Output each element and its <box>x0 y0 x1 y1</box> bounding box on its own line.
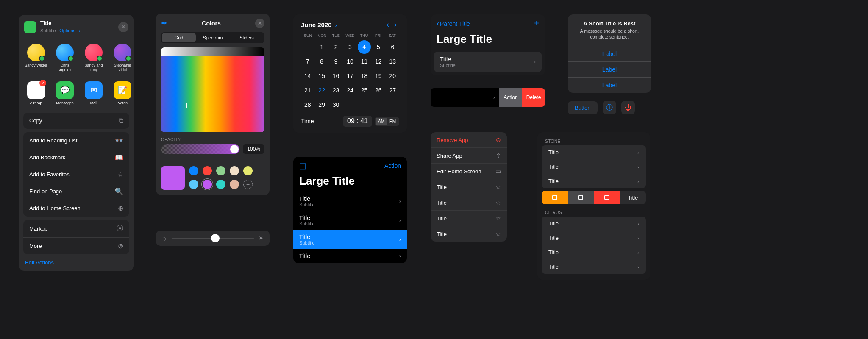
swipe-content[interactable]: › <box>431 88 499 107</box>
color-swatch[interactable] <box>203 166 212 175</box>
button[interactable]: Button <box>568 101 598 114</box>
seg-orange[interactable] <box>542 191 568 204</box>
calendar-day[interactable]: 21 <box>301 83 314 97</box>
power-button[interactable]: ⏻ <box>621 101 635 114</box>
action-item[interactable]: Add to Reading List👓 <box>23 132 129 149</box>
calendar-day[interactable]: 10 <box>343 55 356 68</box>
am-option[interactable]: AM <box>376 118 387 125</box>
calendar-day[interactable]: 25 <box>358 83 371 97</box>
close-button[interactable]: ✕ <box>118 22 128 32</box>
share-options-link[interactable]: Options <box>59 28 75 33</box>
swipe-delete[interactable]: Delete <box>522 88 545 107</box>
action-item[interactable]: MarkupⒶ <box>23 220 129 238</box>
calendar-day[interactable]: 22 <box>315 83 328 97</box>
context-item[interactable]: Title☆ <box>431 226 507 242</box>
color-swatch[interactable] <box>230 166 239 175</box>
person[interactable]: Sandy Wilder <box>24 44 48 72</box>
action-item[interactable]: Add to Home Screen⊕ <box>23 200 129 217</box>
calendar-day[interactable]: 24 <box>343 83 356 97</box>
person[interactable]: Stephanie Vidal <box>111 44 134 72</box>
action-item[interactable]: More⊜ <box>23 238 129 254</box>
context-item[interactable]: Edit Home Screen▭ <box>431 164 507 179</box>
calendar-day[interactable]: 20 <box>386 69 399 83</box>
app[interactable]: 💬Messages <box>53 81 77 105</box>
calendar-day[interactable]: 16 <box>329 69 342 83</box>
app[interactable]: 📝Notes <box>111 81 134 105</box>
calendar-day[interactable]: 19 <box>372 69 385 83</box>
list-row[interactable]: TitleSubtitle› <box>293 230 407 249</box>
list-row[interactable]: Title› <box>542 231 646 245</box>
color-swatch[interactable] <box>243 166 253 175</box>
list-row[interactable]: Title› <box>542 174 646 188</box>
color-swatch[interactable] <box>216 166 225 175</box>
seg-gray[interactable] <box>568 191 594 204</box>
tab-grid[interactable]: Grid <box>162 33 196 42</box>
list-row[interactable]: Title› <box>542 145 646 160</box>
color-swatch[interactable] <box>230 180 239 189</box>
calendar-day[interactable]: 27 <box>386 83 399 97</box>
calendar-day[interactable]: 30 <box>329 98 342 111</box>
color-swatch[interactable] <box>189 180 198 189</box>
brightness-slider[interactable] <box>172 238 254 239</box>
app[interactable]: ✉Mail <box>82 81 106 105</box>
context-item[interactable]: Title☆ <box>431 211 507 226</box>
person[interactable]: Sandy and Tony <box>82 44 106 72</box>
calendar-day[interactable]: 28 <box>301 98 314 111</box>
next-month-button[interactable]: › <box>392 20 399 29</box>
calendar-day[interactable]: 3 <box>343 40 356 54</box>
time-value[interactable]: 09 : 41 <box>343 116 372 127</box>
opacity-value[interactable]: 100% <box>243 144 264 154</box>
list-row[interactable]: TitleSubtitle› <box>293 192 407 211</box>
calendar-day[interactable]: 1 <box>315 40 328 54</box>
seg-text[interactable]: Title <box>620 191 646 204</box>
calendar-day[interactable]: 14 <box>301 69 314 83</box>
calendar-day[interactable]: 7 <box>301 55 314 68</box>
calendar-day[interactable]: 15 <box>315 69 328 83</box>
list-row[interactable]: Title› <box>542 245 646 260</box>
context-item[interactable]: Title☆ <box>431 195 507 211</box>
edit-actions-link[interactable]: Edit Actions… <box>23 258 129 266</box>
calendar-day[interactable]: 18 <box>358 69 371 83</box>
pm-option[interactable]: PM <box>387 118 398 125</box>
sidebar-icon[interactable]: ◫ <box>299 161 306 170</box>
context-item[interactable]: Remove App⊖ <box>431 132 507 148</box>
color-grid[interactable] <box>161 47 264 132</box>
eyedropper-icon[interactable]: ✒ <box>161 19 167 28</box>
calendar-month[interactable]: June 2020 › <box>301 21 384 28</box>
calendar-day[interactable]: 4 <box>358 40 371 54</box>
action-item[interactable]: Add to Favorites☆ <box>23 166 129 183</box>
list-row[interactable]: Title› <box>293 249 407 263</box>
copy-action[interactable]: Copy ⧉ <box>23 113 129 129</box>
app[interactable]: 2◎Airdrop <box>24 81 48 105</box>
tab-sliders[interactable]: Sliders <box>230 33 264 42</box>
info-button[interactable]: ⓘ <box>603 101 616 114</box>
calendar-day[interactable]: 17 <box>343 69 356 83</box>
color-swatch[interactable] <box>216 180 225 189</box>
action-link[interactable]: Action <box>384 162 401 169</box>
calendar-day[interactable]: 5 <box>372 40 385 54</box>
calendar-day[interactable]: 12 <box>372 55 385 68</box>
person[interactable]: Chris Angelotti <box>53 44 77 72</box>
calendar-day[interactable]: 9 <box>329 55 342 68</box>
list-row[interactable]: TitleSubtitle› <box>293 211 407 230</box>
back-button[interactable]: ‹ Parent Title <box>437 19 470 28</box>
alert-button[interactable]: Label <box>568 61 651 77</box>
swipe-action[interactable]: Action <box>499 88 522 107</box>
tab-spectrum[interactable]: Spectrum <box>196 33 230 42</box>
calendar-day[interactable]: 6 <box>386 40 399 54</box>
calendar-day[interactable]: 29 <box>315 98 328 111</box>
color-swatch[interactable] <box>189 166 198 175</box>
action-item[interactable]: Find on Page🔍 <box>23 183 129 200</box>
add-button[interactable]: + <box>534 19 539 28</box>
close-button[interactable]: ✕ <box>255 19 264 28</box>
list-row[interactable]: Title› <box>542 260 646 274</box>
list-row[interactable]: Title› <box>542 217 646 231</box>
alert-button[interactable]: Label <box>568 77 651 93</box>
alert-button[interactable]: Label <box>568 46 651 61</box>
add-swatch-button[interactable]: + <box>243 180 253 189</box>
calendar-day[interactable]: 2 <box>329 40 342 54</box>
opacity-slider[interactable] <box>161 144 239 154</box>
list-row[interactable]: Title› <box>542 160 646 174</box>
nav-row[interactable]: Title Subtitle › <box>434 52 542 72</box>
action-item[interactable]: Add Bookmark📖 <box>23 149 129 166</box>
